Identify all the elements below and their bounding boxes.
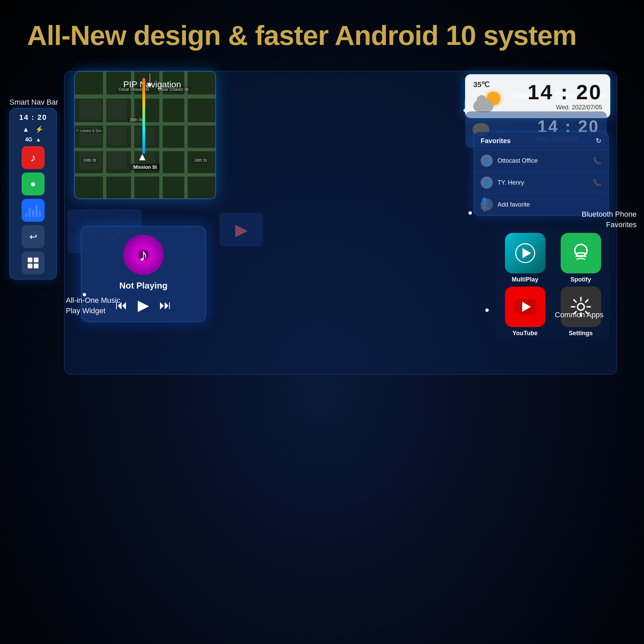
- spotify-icon: ●: [30, 179, 36, 189]
- nav-time: 14 : 20: [19, 113, 47, 122]
- favorite-item-ty[interactable]: 👤 TY. Henry 📞: [474, 172, 608, 194]
- music-app-icon[interactable]: ♪: [22, 146, 45, 169]
- road-24th: [75, 173, 215, 177]
- nav-4g-signal: 4G ▲: [25, 137, 41, 143]
- grid-icon: [28, 258, 38, 268]
- 4g-label: 4G: [25, 137, 32, 143]
- music-note-symbol: ♪: [139, 245, 148, 265]
- cloud-icon: [473, 100, 493, 112]
- wifi-icon: ▲: [23, 126, 29, 133]
- call-icon-ottocast[interactable]: 📞: [593, 157, 601, 165]
- music-note-icon: ♪: [30, 152, 36, 164]
- app-item-youtube[interactable]: YouTube: [499, 287, 551, 337]
- favorites-header: Favorites ↻: [474, 132, 608, 150]
- contact-name-ty: TY. Henry: [498, 179, 524, 186]
- add-favorite-avatar: 👤➕: [481, 198, 493, 211]
- common-apps: MultiPlay Spotify YouTube: [495, 230, 610, 340]
- back-button[interactable]: ↩: [22, 225, 45, 248]
- svg-marker-1: [522, 248, 531, 258]
- voice-bars: [25, 204, 41, 217]
- multiplay-svg: [515, 243, 535, 263]
- favorites-title: Favorites: [481, 137, 511, 145]
- music-widget-label: All-in-One MusicPlay Widget: [66, 295, 120, 316]
- add-favorite-label: Add favorite: [498, 201, 530, 208]
- spotify-svg: [571, 243, 591, 263]
- lotrano-label: F. Lotrano & Son: [75, 129, 103, 133]
- road-26th: [75, 122, 215, 126]
- youtube-label: YouTube: [512, 330, 537, 337]
- block5: [135, 127, 155, 145]
- pip-navigation-map: ▲ Cesar Chavez St Cesar Chavez St 26th S…: [74, 71, 216, 199]
- youtube-icon-faded-symbol: ▶: [235, 220, 248, 239]
- multiplay-label: MultiPlay: [512, 276, 538, 283]
- music-status: Not Playing: [119, 280, 167, 291]
- road-cypress: [103, 72, 106, 198]
- favorites-widget: Favorites ↻ 👤 Ottocast Office 📞 👤 TY. He…: [474, 132, 609, 216]
- block4: [107, 127, 127, 145]
- weather-time: 14 : 20: [528, 82, 602, 103]
- multiplay-icon[interactable]: [505, 233, 545, 273]
- favorite-left-ty: 👤 TY. Henry: [481, 177, 524, 189]
- mission-st-label: Mission St: [131, 164, 160, 170]
- 24th-label2: 24th St: [193, 158, 208, 163]
- weather-temperature: 35℃: [473, 80, 500, 89]
- bt-fav-dot: [468, 211, 472, 215]
- voice-app-icon[interactable]: [22, 199, 45, 222]
- nav-status-icons: ▲ ⚡: [23, 125, 44, 133]
- route-line: [142, 78, 145, 154]
- signal-icon: ▲: [36, 137, 41, 143]
- refresh-icon[interactable]: ↻: [596, 137, 601, 145]
- favorite-item-ottocast[interactable]: 👤 Ottocast Office 📞: [474, 150, 608, 172]
- favorite-left: 👤 Ottocast Office: [481, 155, 538, 167]
- svg-point-5: [578, 303, 584, 310]
- block2: [107, 100, 127, 120]
- back-icon: ↩: [29, 231, 37, 242]
- common-apps-label: Common Apps: [555, 311, 603, 319]
- spotify-icon-app[interactable]: [561, 233, 601, 273]
- call-icon-ty[interactable]: 📞: [593, 179, 601, 187]
- weather-date: Wed. 2022/07/05: [528, 104, 602, 111]
- main-title: All-New design & faster Android 10 syste…: [27, 20, 617, 51]
- weather-icon-container: [473, 92, 500, 112]
- settings-label: Settings: [569, 330, 593, 337]
- block1: [79, 100, 102, 120]
- map-visual: ▲ Cesar Chavez St Cesar Chavez St 26th S…: [75, 72, 215, 198]
- album-art: ♪: [123, 235, 164, 275]
- common-apps-dot: [485, 308, 489, 312]
- contact-avatar-ottocast: 👤: [481, 155, 493, 167]
- app-item-spotify[interactable]: Spotify: [555, 233, 607, 283]
- pip-navigation-label: PIP Navigation: [123, 79, 181, 90]
- weather-right: 14 : 20 Wed. 2022/07/05: [528, 82, 602, 111]
- youtube-icon-app[interactable]: [505, 287, 545, 327]
- settings-icon-app[interactable]: [561, 287, 601, 327]
- grid-button[interactable]: [22, 251, 45, 274]
- contact-avatar-ty: 👤: [481, 177, 493, 189]
- spotify-app-icon[interactable]: ●: [22, 172, 45, 195]
- smart-nav-bar-label: Smart Nav Bar: [9, 98, 58, 107]
- nav-arrow: ▲: [137, 151, 148, 163]
- spotify-label: Spotify: [570, 276, 591, 283]
- smart-nav-bar: 14 : 20 ▲ ⚡ 4G ▲ ♪ ● ↩: [9, 108, 57, 279]
- pip-annotation-line: [150, 74, 150, 83]
- contact-name-ottocast: Ottocast Office: [498, 157, 538, 164]
- play-button[interactable]: ▶: [138, 296, 149, 314]
- bluetooth-icon: ⚡: [35, 125, 44, 133]
- block7: [107, 152, 127, 169]
- bt-favorites-label: Bluetooth PhoneFavorites: [582, 209, 637, 230]
- music-controls: ⏮ ▶ ⏭: [115, 296, 171, 314]
- youtube-svg: [513, 298, 537, 315]
- 24th-label1: 24th St: [82, 158, 98, 163]
- youtube-icon-faded: ▶: [219, 213, 263, 246]
- app-item-multiplay[interactable]: MultiPlay: [499, 233, 551, 283]
- weather-left: 35℃: [473, 80, 500, 112]
- road-cesar-chavez: [75, 95, 215, 99]
- favorite-left-add: 👤➕ Add favorite: [481, 198, 530, 211]
- 26th-label: 26th St: [128, 117, 144, 123]
- music-label-dot: [83, 293, 86, 296]
- next-button[interactable]: ⏭: [159, 298, 171, 312]
- pip-annotation-dot: [148, 83, 151, 86]
- svg-point-2: [575, 244, 587, 257]
